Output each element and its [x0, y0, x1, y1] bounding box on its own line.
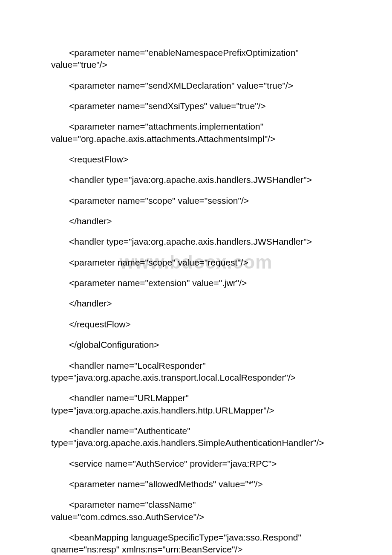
code-line: <parameter name="sendXMLDeclaration" val…	[51, 80, 349, 92]
code-line: <parameter name="sendXsiTypes" value="tr…	[51, 100, 349, 112]
code-line: <handler name="URLMapper" type="java:org…	[51, 392, 349, 416]
code-line: <requestFlow>	[51, 153, 349, 165]
code-line: <handler name="Authenticate" type="java:…	[51, 425, 349, 449]
code-line: </requestFlow>	[51, 318, 349, 330]
code-line: <parameter name="allowedMethods" value="…	[51, 478, 349, 490]
code-line: <beanMapping languageSpecificType="java:…	[51, 532, 349, 555]
code-line: <service name="AuthService" provider="ja…	[51, 458, 349, 470]
code-line: </globalConfiguration>	[51, 339, 349, 351]
code-line: </handler>	[51, 298, 349, 309]
code-line: </handler>	[51, 215, 349, 227]
code-line: <handler type="java:org.apache.axis.hand…	[51, 236, 349, 248]
code-line: <handler type="java:org.apache.axis.hand…	[51, 174, 349, 186]
code-line: <handler name="LocalResponder" type="jav…	[51, 360, 349, 384]
document-content: <parameter name="enableNamespacePrefixOp…	[51, 47, 349, 555]
code-line: <parameter name="className" value="com.c…	[51, 499, 349, 523]
code-line: <parameter name="attachments.implementat…	[51, 121, 349, 145]
code-line: <parameter name="scope" value="request"/…	[51, 257, 349, 269]
code-line: <parameter name="extension" value=".jwr"…	[51, 277, 349, 289]
code-line: <parameter name="scope" value="session"/…	[51, 195, 349, 207]
code-line: <parameter name="enableNamespacePrefixOp…	[51, 47, 349, 71]
